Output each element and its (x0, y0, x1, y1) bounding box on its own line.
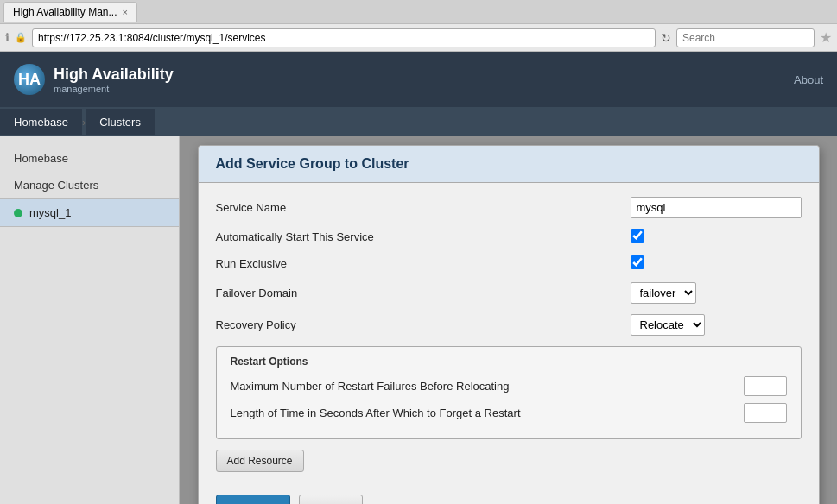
lock-icon: 🔒 (15, 32, 27, 43)
max-failures-label: Maximum Number of Restart Failures Befor… (231, 380, 744, 393)
modal-footer: Submit Cancel (199, 486, 819, 504)
tab-bar: High Availability Man... × (0, 0, 837, 24)
sidebar-homebase[interactable]: Homebase (0, 145, 179, 172)
service-name-row: Service Name (216, 197, 802, 218)
add-resource-button[interactable]: Add Resource (216, 450, 304, 472)
browser-bar: ℹ 🔒 ↻ ★ (0, 24, 837, 52)
run-exclusive-row: Run Exclusive (216, 255, 802, 272)
app-title-main: High Availability (54, 66, 174, 84)
failover-domain-row: Failover Domain failover none (216, 282, 802, 304)
app-header: HA High Availability management About (0, 52, 837, 107)
app-title-text: High Availability management (54, 66, 174, 94)
auto-start-control (631, 229, 802, 245)
service-name-label: Service Name (216, 201, 631, 214)
main-layout: Homebase Manage Clusters mysql_1 Add Ser… (0, 136, 837, 504)
service-name-control (631, 197, 802, 218)
sidebar: Homebase Manage Clusters mysql_1 (0, 136, 180, 504)
submit-button[interactable]: Submit (216, 495, 290, 504)
tab-title: High Availability Man... (13, 6, 117, 18)
auto-start-label: Automatically Start This Service (216, 230, 631, 243)
add-resource-container: Add Resource (216, 450, 802, 472)
run-exclusive-checkbox[interactable] (631, 255, 644, 269)
sidebar-cluster-mysql1[interactable]: mysql_1 (0, 198, 179, 227)
tab-close-icon[interactable]: × (123, 7, 128, 17)
app-title-sub: management (54, 84, 174, 94)
forget-time-row: Length of Time in Seconds After Which to… (231, 403, 787, 423)
run-exclusive-label: Run Exclusive (216, 257, 631, 270)
failover-domain-select[interactable]: failover none (631, 282, 696, 304)
cluster-name: mysql_1 (29, 206, 71, 219)
url-bar[interactable] (32, 28, 656, 47)
failover-domain-control: failover none (631, 282, 802, 304)
sidebar-manage-clusters[interactable]: Manage Clusters (0, 172, 179, 198)
modal-body: Service Name Automatically Start This Se… (199, 183, 819, 486)
recovery-policy-label: Recovery Policy (216, 318, 631, 331)
run-exclusive-control (631, 255, 802, 272)
cancel-button[interactable]: Cancel (299, 495, 363, 504)
app-logo: HA High Availability management (14, 64, 174, 95)
max-failures-row: Maximum Number of Restart Failures Befor… (231, 376, 787, 396)
nav-item-clusters[interactable]: Clusters (86, 109, 155, 135)
search-input[interactable] (676, 28, 815, 47)
url-bar-container (32, 28, 656, 47)
service-name-input[interactable] (631, 197, 802, 218)
recovery-policy-control: Relocate Restart Disable (631, 314, 802, 336)
modal: Add Service Group to Cluster Service Nam… (198, 145, 820, 504)
recovery-policy-select[interactable]: Relocate Restart Disable (631, 314, 705, 336)
forget-time-input[interactable] (744, 403, 787, 423)
nav-bar: Homebase › Clusters (0, 107, 837, 136)
modal-header: Add Service Group to Cluster (199, 146, 819, 183)
cluster-status-dot (14, 209, 22, 217)
recovery-policy-row: Recovery Policy Relocate Restart Disable (216, 314, 802, 336)
restart-options-legend: Restart Options (231, 356, 787, 368)
logo-icon: HA (14, 64, 45, 95)
modal-title: Add Service Group to Cluster (216, 156, 802, 172)
max-failures-input[interactable] (744, 376, 787, 396)
reload-button[interactable]: ↻ (661, 31, 671, 45)
failover-domain-label: Failover Domain (216, 287, 631, 299)
active-tab[interactable]: High Availability Man... × (3, 2, 137, 22)
star-icon[interactable]: ★ (820, 29, 832, 46)
auto-start-row: Automatically Start This Service (216, 229, 802, 245)
modal-overlay: Add Service Group to Cluster Service Nam… (180, 136, 837, 504)
nav-item-homebase[interactable]: Homebase (0, 109, 82, 135)
about-link[interactable]: About (794, 73, 823, 86)
info-icon: ℹ (5, 31, 10, 44)
restart-options-box: Restart Options Maximum Number of Restar… (216, 346, 802, 439)
forget-time-label: Length of Time in Seconds After Which to… (231, 406, 744, 419)
auto-start-checkbox[interactable] (631, 229, 644, 243)
content-area: Add Service Group to Cluster Service Nam… (180, 136, 837, 504)
